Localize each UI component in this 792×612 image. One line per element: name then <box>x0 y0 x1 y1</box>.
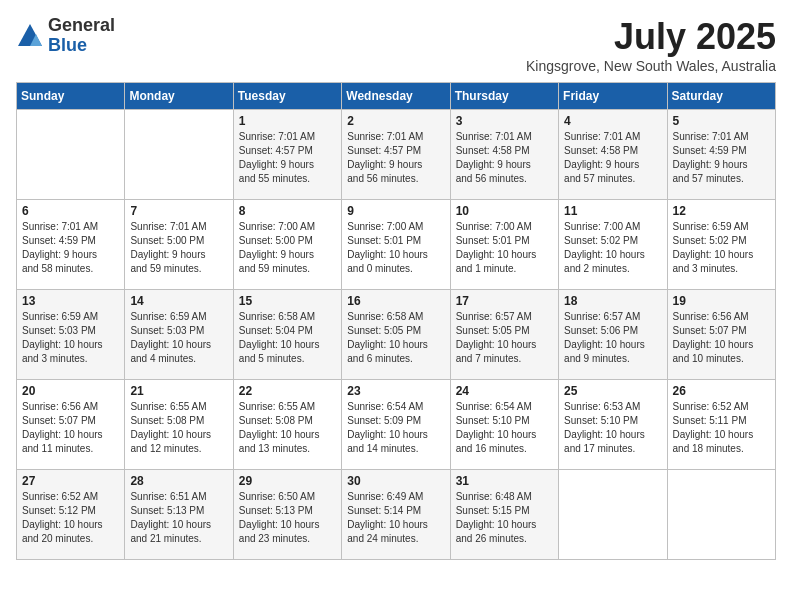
calendar-cell: 12Sunrise: 6:59 AM Sunset: 5:02 PM Dayli… <box>667 200 775 290</box>
title-section: July 2025 Kingsgrove, New South Wales, A… <box>526 16 776 74</box>
calendar-body: 1Sunrise: 7:01 AM Sunset: 4:57 PM Daylig… <box>17 110 776 560</box>
day-info: Sunrise: 6:56 AM Sunset: 5:07 PM Dayligh… <box>22 400 119 456</box>
calendar-cell <box>17 110 125 200</box>
day-info: Sunrise: 6:54 AM Sunset: 5:09 PM Dayligh… <box>347 400 444 456</box>
logo-blue-text: Blue <box>48 36 115 56</box>
day-number: 24 <box>456 384 553 398</box>
calendar-cell: 3Sunrise: 7:01 AM Sunset: 4:58 PM Daylig… <box>450 110 558 200</box>
calendar-cell: 5Sunrise: 7:01 AM Sunset: 4:59 PM Daylig… <box>667 110 775 200</box>
calendar-header: Sunday Monday Tuesday Wednesday Thursday… <box>17 83 776 110</box>
calendar-cell: 16Sunrise: 6:58 AM Sunset: 5:05 PM Dayli… <box>342 290 450 380</box>
day-number: 18 <box>564 294 661 308</box>
day-info: Sunrise: 6:55 AM Sunset: 5:08 PM Dayligh… <box>130 400 227 456</box>
day-number: 9 <box>347 204 444 218</box>
calendar-cell <box>667 470 775 560</box>
calendar-cell: 13Sunrise: 6:59 AM Sunset: 5:03 PM Dayli… <box>17 290 125 380</box>
day-info: Sunrise: 7:01 AM Sunset: 4:58 PM Dayligh… <box>456 130 553 186</box>
day-info: Sunrise: 6:59 AM Sunset: 5:03 PM Dayligh… <box>22 310 119 366</box>
day-number: 4 <box>564 114 661 128</box>
calendar-cell: 20Sunrise: 6:56 AM Sunset: 5:07 PM Dayli… <box>17 380 125 470</box>
day-info: Sunrise: 7:00 AM Sunset: 5:00 PM Dayligh… <box>239 220 336 276</box>
day-number: 5 <box>673 114 770 128</box>
day-info: Sunrise: 6:55 AM Sunset: 5:08 PM Dayligh… <box>239 400 336 456</box>
day-number: 14 <box>130 294 227 308</box>
day-info: Sunrise: 7:00 AM Sunset: 5:01 PM Dayligh… <box>456 220 553 276</box>
day-info: Sunrise: 6:52 AM Sunset: 5:11 PM Dayligh… <box>673 400 770 456</box>
calendar-table: Sunday Monday Tuesday Wednesday Thursday… <box>16 82 776 560</box>
calendar-cell: 25Sunrise: 6:53 AM Sunset: 5:10 PM Dayli… <box>559 380 667 470</box>
day-info: Sunrise: 6:57 AM Sunset: 5:06 PM Dayligh… <box>564 310 661 366</box>
day-number: 13 <box>22 294 119 308</box>
logo-text: General Blue <box>48 16 115 56</box>
calendar-cell: 17Sunrise: 6:57 AM Sunset: 5:05 PM Dayli… <box>450 290 558 380</box>
day-number: 31 <box>456 474 553 488</box>
day-number: 26 <box>673 384 770 398</box>
calendar-cell: 26Sunrise: 6:52 AM Sunset: 5:11 PM Dayli… <box>667 380 775 470</box>
calendar-cell: 23Sunrise: 6:54 AM Sunset: 5:09 PM Dayli… <box>342 380 450 470</box>
header-wednesday: Wednesday <box>342 83 450 110</box>
location-subtitle: Kingsgrove, New South Wales, Australia <box>526 58 776 74</box>
day-number: 15 <box>239 294 336 308</box>
day-info: Sunrise: 7:01 AM Sunset: 4:57 PM Dayligh… <box>347 130 444 186</box>
calendar-cell: 8Sunrise: 7:00 AM Sunset: 5:00 PM Daylig… <box>233 200 341 290</box>
day-info: Sunrise: 7:01 AM Sunset: 4:59 PM Dayligh… <box>673 130 770 186</box>
calendar-cell: 27Sunrise: 6:52 AM Sunset: 5:12 PM Dayli… <box>17 470 125 560</box>
day-number: 19 <box>673 294 770 308</box>
logo-icon <box>16 22 44 50</box>
calendar-week-row-3: 13Sunrise: 6:59 AM Sunset: 5:03 PM Dayli… <box>17 290 776 380</box>
calendar-cell: 11Sunrise: 7:00 AM Sunset: 5:02 PM Dayli… <box>559 200 667 290</box>
day-number: 12 <box>673 204 770 218</box>
day-info: Sunrise: 6:54 AM Sunset: 5:10 PM Dayligh… <box>456 400 553 456</box>
day-number: 7 <box>130 204 227 218</box>
calendar-week-row-1: 1Sunrise: 7:01 AM Sunset: 4:57 PM Daylig… <box>17 110 776 200</box>
day-info: Sunrise: 6:58 AM Sunset: 5:04 PM Dayligh… <box>239 310 336 366</box>
day-info: Sunrise: 6:57 AM Sunset: 5:05 PM Dayligh… <box>456 310 553 366</box>
day-info: Sunrise: 6:50 AM Sunset: 5:13 PM Dayligh… <box>239 490 336 546</box>
header: General Blue July 2025 Kingsgrove, New S… <box>16 16 776 74</box>
day-info: Sunrise: 7:00 AM Sunset: 5:01 PM Dayligh… <box>347 220 444 276</box>
day-number: 22 <box>239 384 336 398</box>
calendar-week-row-4: 20Sunrise: 6:56 AM Sunset: 5:07 PM Dayli… <box>17 380 776 470</box>
day-number: 23 <box>347 384 444 398</box>
day-info: Sunrise: 6:53 AM Sunset: 5:10 PM Dayligh… <box>564 400 661 456</box>
calendar-cell <box>125 110 233 200</box>
day-info: Sunrise: 6:58 AM Sunset: 5:05 PM Dayligh… <box>347 310 444 366</box>
day-number: 16 <box>347 294 444 308</box>
calendar-cell: 6Sunrise: 7:01 AM Sunset: 4:59 PM Daylig… <box>17 200 125 290</box>
calendar-cell: 24Sunrise: 6:54 AM Sunset: 5:10 PM Dayli… <box>450 380 558 470</box>
calendar-cell: 18Sunrise: 6:57 AM Sunset: 5:06 PM Dayli… <box>559 290 667 380</box>
month-year-title: July 2025 <box>526 16 776 58</box>
day-number: 20 <box>22 384 119 398</box>
page-container: General Blue July 2025 Kingsgrove, New S… <box>16 16 776 560</box>
day-number: 3 <box>456 114 553 128</box>
day-number: 30 <box>347 474 444 488</box>
calendar-cell: 9Sunrise: 7:00 AM Sunset: 5:01 PM Daylig… <box>342 200 450 290</box>
day-number: 8 <box>239 204 336 218</box>
calendar-cell: 28Sunrise: 6:51 AM Sunset: 5:13 PM Dayli… <box>125 470 233 560</box>
day-info: Sunrise: 7:01 AM Sunset: 5:00 PM Dayligh… <box>130 220 227 276</box>
day-info: Sunrise: 6:51 AM Sunset: 5:13 PM Dayligh… <box>130 490 227 546</box>
header-monday: Monday <box>125 83 233 110</box>
day-number: 27 <box>22 474 119 488</box>
day-info: Sunrise: 6:48 AM Sunset: 5:15 PM Dayligh… <box>456 490 553 546</box>
calendar-cell: 19Sunrise: 6:56 AM Sunset: 5:07 PM Dayli… <box>667 290 775 380</box>
day-number: 25 <box>564 384 661 398</box>
day-number: 28 <box>130 474 227 488</box>
day-info: Sunrise: 7:00 AM Sunset: 5:02 PM Dayligh… <box>564 220 661 276</box>
day-number: 10 <box>456 204 553 218</box>
calendar-cell: 2Sunrise: 7:01 AM Sunset: 4:57 PM Daylig… <box>342 110 450 200</box>
day-info: Sunrise: 7:01 AM Sunset: 4:58 PM Dayligh… <box>564 130 661 186</box>
header-thursday: Thursday <box>450 83 558 110</box>
header-friday: Friday <box>559 83 667 110</box>
weekday-header-row: Sunday Monday Tuesday Wednesday Thursday… <box>17 83 776 110</box>
calendar-cell: 7Sunrise: 7:01 AM Sunset: 5:00 PM Daylig… <box>125 200 233 290</box>
calendar-cell: 14Sunrise: 6:59 AM Sunset: 5:03 PM Dayli… <box>125 290 233 380</box>
day-number: 29 <box>239 474 336 488</box>
calendar-cell: 1Sunrise: 7:01 AM Sunset: 4:57 PM Daylig… <box>233 110 341 200</box>
header-saturday: Saturday <box>667 83 775 110</box>
day-info: Sunrise: 6:52 AM Sunset: 5:12 PM Dayligh… <box>22 490 119 546</box>
calendar-cell: 4Sunrise: 7:01 AM Sunset: 4:58 PM Daylig… <box>559 110 667 200</box>
day-number: 11 <box>564 204 661 218</box>
day-number: 21 <box>130 384 227 398</box>
calendar-cell: 29Sunrise: 6:50 AM Sunset: 5:13 PM Dayli… <box>233 470 341 560</box>
